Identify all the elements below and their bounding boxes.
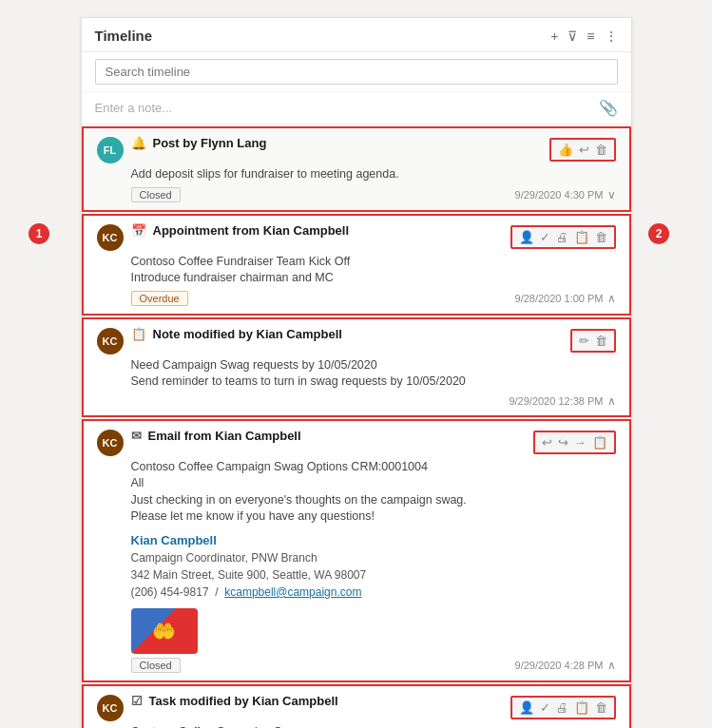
appt-badge: Overdue: [131, 291, 188, 306]
task-header: KC ☑ Task modified by Kian Campbell 👤 ✓ …: [97, 694, 616, 721]
appt-left: KC 📅 Appointment from Kian Campbell: [97, 223, 510, 251]
appt-icon: 📅: [131, 223, 146, 238]
avatar-kc-email: KC: [97, 430, 124, 456]
post-chevron[interactable]: ∨: [607, 188, 616, 201]
copy-task-icon[interactable]: 📋: [574, 700, 589, 715]
task-body: Contoso Coffee Campaign Swag Send fundra…: [131, 724, 616, 728]
timeline-item-task: KC ☑ Task modified by Kian Campbell 👤 ✓ …: [82, 684, 631, 728]
delete-icon-note[interactable]: 🗑: [595, 334, 607, 348]
assign-icon[interactable]: 👤: [519, 230, 534, 244]
appt-actions: 👤 ✓ 🖨 📋 🗑: [510, 225, 616, 249]
appt-footer: Overdue 9/28/2020 1:00 PM ∧: [131, 291, 616, 306]
sig-email-link[interactable]: kcampbell@campaign.com: [224, 585, 361, 599]
delete-task-icon[interactable]: 🗑: [595, 700, 607, 715]
header-icons: + ⊽ ≡ ⋮: [550, 29, 617, 44]
note-footer: 9/29/2020 12:38 PM ∧: [131, 394, 616, 408]
appt-timestamp: 9/28/2020 1:00 PM ∧: [515, 292, 616, 305]
email-title: ✉ Email from Kian Campbell: [131, 429, 301, 443]
forward-icon[interactable]: →: [574, 435, 587, 450]
delete-icon[interactable]: 🗑: [595, 143, 607, 157]
appt-title: 📅 Appointment from Kian Campbell: [131, 223, 350, 238]
email-image: 🤲: [131, 608, 198, 654]
task-actions: 👤 ✓ 🖨 📋 🗑: [510, 696, 616, 719]
note-timestamp: 9/29/2020 12:38 PM ∧: [509, 394, 615, 408]
email-signature: Kian Campbell Campaign Coordinator, PNW …: [131, 531, 616, 602]
reply-email-icon[interactable]: ↩: [542, 435, 552, 450]
appt-chevron[interactable]: ∧: [607, 292, 616, 305]
add-icon[interactable]: +: [550, 29, 558, 44]
post-icon: 🔔: [131, 136, 146, 150]
timeline-item-post: FL 🔔 Post by Flynn Lang 👍 ↩ 🗑 Add deposi…: [82, 126, 631, 212]
timeline-items: FL 🔔 Post by Flynn Lang 👍 ↩ 🗑 Add deposi…: [82, 126, 631, 728]
note-title: 📋 Note modified by Kian Campbell: [131, 327, 342, 341]
edit-icon[interactable]: ✏: [579, 334, 589, 348]
copy-icon[interactable]: 📋: [574, 230, 589, 244]
timeline-item-note: KC 📋 Note modified by Kian Campbell ✏ 🗑 …: [82, 317, 631, 417]
timeline-panel: Timeline + ⊽ ≡ ⋮ Enter a note... 📎 FL: [81, 17, 632, 728]
page-container: 1 2 Timeline + ⊽ ≡ ⋮ Enter a note... 📎: [10, 10, 702, 728]
email-left: KC ✉ Email from Kian Campbell: [97, 429, 533, 456]
task-left: KC ☑ Task modified by Kian Campbell: [97, 694, 510, 721]
sig-name: Kian Campbell: [131, 531, 616, 550]
sig-title: Campaign Coordinator, PNW Branch: [131, 549, 616, 566]
assign-task-icon[interactable]: 👤: [519, 700, 534, 715]
email-header: KC ✉ Email from Kian Campbell ↩ ↪ → 📋: [97, 429, 616, 456]
delete-icon-appt[interactable]: 🗑: [595, 230, 607, 244]
task-title: ☑ Task modified by Kian Campbell: [131, 694, 338, 708]
note-header: KC 📋 Note modified by Kian Campbell ✏ 🗑: [97, 327, 616, 354]
like-icon[interactable]: 👍: [558, 143, 573, 157]
post-left: FL 🔔 Post by Flynn Lang: [97, 136, 549, 163]
post-actions: 👍 ↩ 🗑: [549, 138, 616, 162]
post-header: FL 🔔 Post by Flynn Lang 👍 ↩ 🗑: [97, 136, 616, 163]
annotation-circle-2: 2: [648, 223, 669, 244]
note-body: Need Campaign Swag requests by 10/05/202…: [131, 357, 616, 391]
note-chevron[interactable]: ∧: [607, 394, 616, 408]
note-placeholder[interactable]: Enter a note...: [95, 101, 173, 115]
email-footer: Closed 9/29/2020 4:28 PM ∧: [131, 658, 616, 673]
avatar-kc-appt: KC: [97, 224, 124, 251]
post-timestamp: 9/29/2020 4:30 PM ∨: [515, 188, 616, 201]
reply-icon[interactable]: ↩: [579, 143, 589, 157]
task-icon: ☑: [131, 694, 143, 708]
avatar-fl: FL: [97, 137, 124, 163]
email-timestamp: 9/29/2020 4:28 PM ∧: [515, 659, 616, 672]
note-input-row: Enter a note... 📎: [82, 92, 631, 125]
annotation-circle-1: 1: [29, 223, 49, 244]
timeline-header: Timeline + ⊽ ≡ ⋮: [82, 18, 631, 52]
replyall-icon[interactable]: ↪: [558, 435, 568, 450]
search-bar: [82, 52, 631, 92]
email-actions: ↩ ↪ → 📋: [533, 431, 616, 454]
timeline-title: Timeline: [95, 28, 551, 44]
sig-contact: (206) 454-9817 / kcampbell@campaign.com: [131, 584, 616, 601]
attachment-icon[interactable]: 📎: [599, 99, 618, 117]
sig-address: 342 Main Street, Suite 900, Seattle, WA …: [131, 566, 616, 584]
note-actions: ✏ 🗑: [570, 329, 616, 353]
sort-icon[interactable]: ≡: [587, 29, 594, 44]
complete-icon[interactable]: ✓: [540, 230, 550, 244]
avatar-kc-task: KC: [97, 695, 124, 721]
post-badge: Closed: [131, 187, 181, 202]
post-body: Add deposit slips for fundraiser to meet…: [131, 166, 616, 183]
search-input[interactable]: [95, 59, 618, 85]
print-task-icon[interactable]: 🖨: [556, 700, 568, 715]
print-icon[interactable]: 🖨: [556, 230, 568, 244]
appt-header: KC 📅 Appointment from Kian Campbell 👤 ✓ …: [97, 223, 616, 251]
timeline-item-email: KC ✉ Email from Kian Campbell ↩ ↪ → 📋: [82, 419, 631, 683]
email-icon: ✉: [131, 429, 142, 443]
post-title: 🔔 Post by Flynn Lang: [131, 136, 267, 150]
more-icon[interactable]: ⋮: [605, 29, 618, 44]
email-body: Contoso Coffee Campaign Swag Options CRM…: [131, 459, 616, 526]
note-icon: 📋: [131, 327, 146, 341]
filter-icon[interactable]: ⊽: [568, 29, 577, 44]
timeline-item-appointment: KC 📅 Appointment from Kian Campbell 👤 ✓ …: [82, 214, 631, 316]
post-footer: Closed 9/29/2020 4:30 PM ∨: [131, 187, 616, 202]
copy-email-icon[interactable]: 📋: [592, 435, 607, 450]
avatar-kc-note: KC: [97, 328, 124, 354]
email-badge: Closed: [131, 658, 181, 673]
email-chevron[interactable]: ∧: [607, 659, 616, 672]
appt-body: Contoso Coffee Fundraiser Team Kick Off …: [131, 254, 616, 287]
note-left: KC 📋 Note modified by Kian Campbell: [97, 327, 570, 354]
complete-task-icon[interactable]: ✓: [540, 700, 550, 715]
